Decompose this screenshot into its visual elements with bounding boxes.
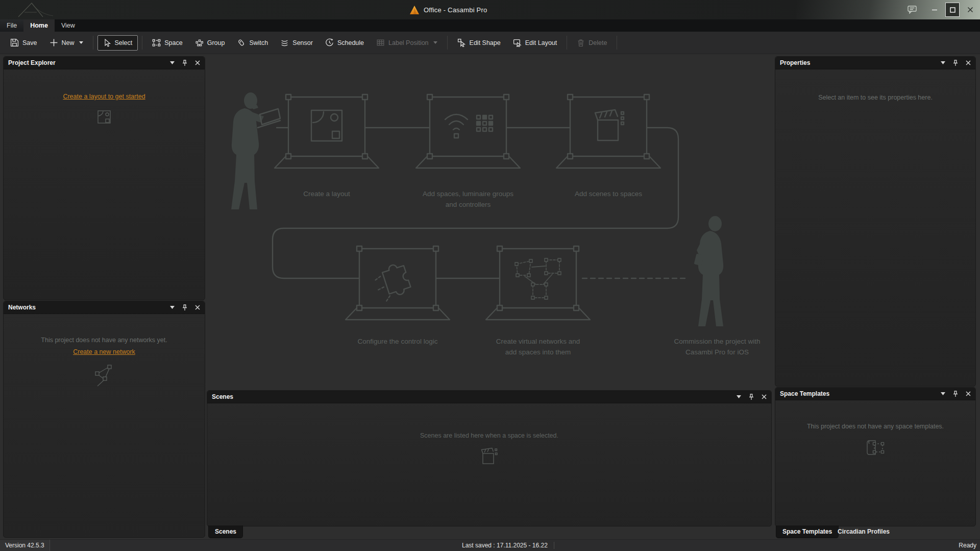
- toolbar-separator: [93, 36, 93, 50]
- edit-shape-icon: [457, 38, 466, 47]
- space-icon: [152, 38, 161, 47]
- laptop-virtual-networks: [486, 246, 590, 320]
- trash-icon: [577, 39, 585, 47]
- minimize-button[interactable]: [928, 3, 941, 16]
- edit-layout-button[interactable]: Edit Layout: [507, 35, 563, 51]
- window-position-icon[interactable]: [941, 392, 945, 395]
- last-saved-label: Last saved : 17.11.2025 - 16.22: [462, 542, 548, 549]
- schedule-button[interactable]: Schedule: [320, 35, 370, 51]
- grid-icon: [376, 38, 385, 47]
- casambi-pro-window: Office - Casambi Pro File Home: [0, 0, 980, 551]
- person-with-laptop-silhouette: [231, 92, 264, 209]
- scene-empty-icon: [481, 447, 498, 465]
- create-layout-link[interactable]: Create a layout to get started: [63, 93, 145, 100]
- workflow-step-label: Add scenes to spaces: [575, 188, 642, 199]
- switch-icon: [237, 38, 246, 47]
- workflow-step-label: Commission the project withCasambi Pro f…: [674, 336, 761, 357]
- clock-icon: [325, 38, 334, 47]
- space-button[interactable]: Space: [146, 35, 188, 51]
- select-button[interactable]: Select: [97, 35, 138, 51]
- space-template-empty-icon: [865, 438, 886, 457]
- laptop-add-spaces: [416, 94, 520, 168]
- networks-header: Networks: [4, 301, 205, 314]
- new-button[interactable]: New: [44, 35, 89, 51]
- pin-icon[interactable]: [749, 394, 754, 400]
- toolbar-separator: [567, 36, 567, 50]
- circadian-profiles-dock-tab[interactable]: Circadian Profiles: [831, 525, 896, 538]
- plus-icon: [50, 38, 58, 47]
- pin-icon[interactable]: [182, 60, 187, 66]
- tab-view[interactable]: View: [55, 19, 82, 32]
- window-position-icon[interactable]: [170, 61, 175, 64]
- group-button[interactable]: Group: [189, 35, 231, 51]
- held-laptop-outline: [258, 109, 280, 128]
- close-icon[interactable]: [966, 391, 971, 396]
- space-templates-header: Space Templates: [775, 388, 975, 400]
- sensor-button[interactable]: Sensor: [275, 35, 318, 51]
- close-button[interactable]: [964, 3, 977, 16]
- pin-icon[interactable]: [182, 304, 187, 311]
- maximize-button[interactable]: [945, 3, 960, 17]
- group-icon: [195, 38, 204, 47]
- toolbar-separator: [142, 36, 142, 50]
- scenes-dock-tab[interactable]: Scenes: [208, 525, 243, 538]
- version-label: Version 42.5.3: [0, 540, 50, 551]
- delete-button: Delete: [571, 35, 612, 51]
- window-position-icon[interactable]: [737, 395, 741, 398]
- sensor-icon: [280, 38, 289, 47]
- properties-header: Properties: [775, 57, 975, 69]
- ribbon-tab-row: File Home View: [0, 19, 980, 32]
- toolbar: Save New Select Space: [0, 32, 980, 54]
- toolbar-separator: [447, 36, 448, 50]
- edit-layout-icon: [513, 38, 522, 47]
- window-title: Office - Casambi Pro: [424, 6, 487, 14]
- panel-title: Space Templates: [780, 390, 941, 397]
- close-icon[interactable]: [762, 394, 767, 399]
- workflow-step-label: Create virtual networks andadd spaces in…: [496, 336, 580, 357]
- networks-panel: Networks This project does not have any …: [3, 301, 205, 538]
- layout-empty-icon: [96, 109, 112, 125]
- laptop-configure-logic: [346, 246, 450, 320]
- ready-status-label: Ready: [959, 542, 976, 549]
- toolbar-separator: [617, 36, 617, 50]
- space-templates-dock-tab[interactable]: Space Templates: [776, 525, 839, 538]
- cursor-icon: [103, 39, 111, 47]
- panel-title: Networks: [8, 304, 170, 311]
- space-templates-panel: Space Templates This project does not ha…: [775, 387, 976, 526]
- panel-title: Properties: [780, 59, 941, 66]
- chevron-down-icon: [79, 41, 83, 44]
- chevron-down-icon: [433, 41, 437, 44]
- laptop-add-scenes: [556, 94, 660, 168]
- tab-home[interactable]: Home: [23, 19, 55, 32]
- pin-icon[interactable]: [953, 391, 958, 397]
- create-network-link[interactable]: Create a new network: [73, 348, 135, 355]
- save-button[interactable]: Save: [5, 35, 43, 51]
- networks-empty-message: This project does not have any networks …: [41, 337, 167, 344]
- scenes-panel: Scenes Scenes are listed here when a spa…: [207, 390, 772, 526]
- workflow-step-label: Configure the control logic: [358, 336, 438, 347]
- person-with-phone-silhouette: [694, 216, 724, 326]
- edit-shape-button[interactable]: Edit Shape: [452, 35, 506, 51]
- close-icon[interactable]: [966, 60, 971, 65]
- switch-button[interactable]: Switch: [231, 35, 274, 51]
- statusbar-separator: [554, 542, 554, 549]
- scenes-header: Scenes: [207, 391, 771, 403]
- save-icon: [10, 38, 19, 47]
- close-icon[interactable]: [195, 305, 200, 310]
- properties-panel: Properties Select an item to see its pro…: [775, 56, 976, 387]
- window-position-icon[interactable]: [170, 306, 175, 309]
- feedback-bubble-icon[interactable]: [905, 3, 919, 16]
- close-icon[interactable]: [195, 60, 200, 65]
- workflow-step-label: Add spaces, luminaire groupsand controll…: [423, 188, 513, 210]
- scenes-empty-message: Scenes are listed here when a space is s…: [420, 432, 558, 439]
- label-position-button: Label Position: [371, 35, 443, 51]
- tab-file[interactable]: File: [0, 19, 23, 32]
- window-controls: [905, 0, 977, 19]
- laptop-create-layout: [275, 94, 379, 168]
- pin-icon[interactable]: [953, 60, 958, 66]
- project-explorer-panel: Project Explorer Create a layout to get …: [3, 56, 205, 300]
- properties-empty-message: Select an item to see its properties her…: [818, 94, 933, 101]
- layout-canvas[interactable]: Create a layout Add spaces, luminaire gr…: [206, 54, 773, 391]
- window-position-icon[interactable]: [941, 61, 945, 64]
- project-explorer-header: Project Explorer: [4, 57, 205, 69]
